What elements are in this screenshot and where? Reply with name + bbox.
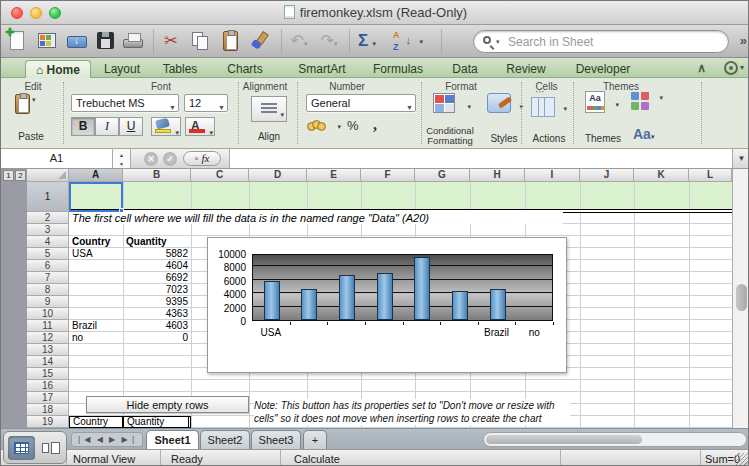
tab-formulas[interactable]: Formulas — [361, 60, 435, 78]
autosum-icon[interactable]: Σ ▾ — [355, 29, 379, 53]
tab-layout[interactable]: Layout — [95, 60, 149, 78]
page-layout-view-button[interactable] — [37, 436, 64, 460]
tab-tables[interactable]: Tables — [149, 60, 211, 78]
search-field[interactable]: ▾ — [473, 30, 729, 53]
search-input[interactable] — [508, 33, 718, 50]
conditional-formatting-button[interactable]: ▾ — [433, 93, 471, 121]
normal-view-button[interactable] — [8, 436, 35, 460]
fill-handle[interactable] — [119, 208, 124, 213]
actions-button[interactable]: ▾ — [531, 93, 567, 121]
cell-B9[interactable]: 9395 — [123, 296, 191, 308]
tab-smartart[interactable]: SmartArt — [285, 60, 359, 78]
horizontal-scrollbar[interactable] — [483, 432, 747, 447]
cell-A2[interactable]: The first cell where we will fill the da… — [69, 212, 563, 224]
column-header-B[interactable]: B — [123, 169, 191, 182]
column-header-K[interactable]: K — [634, 169, 689, 182]
column-header-G[interactable]: G — [415, 169, 470, 182]
themes-button[interactable]: Aa ▾ — [585, 91, 621, 119]
copy-icon[interactable] — [189, 29, 213, 53]
row-header-15[interactable]: 15 — [27, 368, 69, 380]
font-color-button[interactable]: A ▾ — [185, 117, 215, 136]
tab-developer[interactable]: Developer — [557, 60, 649, 78]
number-format-select[interactable]: General▼ — [306, 94, 416, 112]
print-icon[interactable] — [121, 29, 145, 53]
resize-grip[interactable] — [736, 453, 749, 466]
vertical-scrollbar[interactable] — [732, 169, 749, 428]
theme-colors-button[interactable]: ▾ — [631, 92, 663, 116]
tab-data[interactable]: Data — [437, 60, 493, 78]
row-header-9[interactable]: 9 — [27, 296, 69, 308]
sheet-tab-sheet3[interactable]: Sheet3 — [251, 430, 301, 450]
percent-button[interactable]: % — [347, 118, 359, 133]
column-header-L[interactable]: L — [689, 169, 732, 182]
cancel-entry-icon[interactable]: ✕ — [144, 152, 158, 166]
column-header-I[interactable]: I — [525, 169, 580, 182]
row-header-17[interactable]: 17 — [27, 392, 69, 404]
row-header-4[interactable]: 4 — [27, 236, 69, 248]
name-box-stepper[interactable]: ▲▼ — [113, 149, 131, 168]
add-sheet-tab[interactable]: + — [303, 430, 327, 450]
sort-icon[interactable]: AZ↓▾ — [389, 29, 421, 53]
formula-input[interactable] — [229, 149, 732, 168]
row-header-6[interactable]: 6 — [27, 260, 69, 272]
format-painter-icon[interactable] — [247, 29, 271, 53]
column-header-C[interactable]: C — [191, 169, 249, 182]
column-header-H[interactable]: H — [470, 169, 525, 182]
row-header-19[interactable]: 19 — [27, 416, 69, 428]
align-button[interactable]: ▾ — [251, 96, 287, 122]
redo-icon[interactable]: ↷▾ — [317, 29, 341, 53]
cut-icon[interactable]: ✂ — [159, 29, 183, 53]
hide-empty-rows-button[interactable]: Hide empty rows — [86, 396, 249, 413]
cell-B4[interactable]: Quantity — [123, 236, 191, 248]
tab-charts[interactable]: Charts — [211, 60, 279, 78]
italic-button[interactable]: I — [95, 117, 119, 136]
cell-B12[interactable]: 0 — [123, 332, 191, 344]
underline-button[interactable]: U — [119, 117, 143, 136]
select-all-corner[interactable] — [27, 169, 69, 182]
cell-A12[interactable]: no — [69, 332, 123, 344]
row-header-7[interactable]: 7 — [27, 272, 69, 284]
row-header-3[interactable]: 3 — [27, 224, 69, 236]
cell-B19[interactable]: Quantity — [123, 416, 191, 428]
cell-B8[interactable]: 7023 — [123, 284, 191, 296]
paste-button[interactable]: ▾ — [15, 94, 35, 118]
column-header-A[interactable]: A — [69, 169, 123, 182]
row-header-8[interactable]: 8 — [27, 284, 69, 296]
cell-B6[interactable]: 4604 — [123, 260, 191, 272]
comma-button[interactable]: , — [373, 116, 377, 134]
row-header-16[interactable]: 16 — [27, 380, 69, 392]
fill-color-button[interactable]: ▾ — [151, 117, 181, 136]
insert-function-button[interactable]: ◦ fx — [183, 151, 221, 166]
bold-button[interactable]: B — [71, 117, 95, 136]
cell-B10[interactable]: 4363 — [123, 308, 191, 320]
open-file-icon[interactable] — [65, 29, 89, 53]
new-workbook-icon[interactable]: ✚ — [5, 29, 29, 53]
cell-B5[interactable]: 5882 — [123, 248, 191, 260]
column-header-J[interactable]: J — [580, 169, 634, 182]
paste-icon[interactable] — [219, 29, 243, 53]
font-name-select[interactable]: Trebuchet MS▼ — [71, 94, 179, 112]
font-size-select[interactable]: 12▼ — [184, 94, 228, 112]
cell-A19[interactable]: Country — [69, 416, 123, 428]
column-header-F[interactable]: F — [361, 169, 415, 182]
sheet-tab-sheet1[interactable]: Sheet1 — [146, 430, 199, 450]
outline-level-button-1[interactable]: 1 — [3, 170, 14, 181]
name-box[interactable]: A1 — [1, 149, 113, 168]
row-header-5[interactable]: 5 — [27, 248, 69, 260]
row-header-14[interactable]: 14 — [27, 356, 69, 368]
tab-review[interactable]: Review — [496, 60, 556, 78]
accept-entry-icon[interactable]: ✓ — [163, 152, 177, 166]
row-header-12[interactable]: 12 — [27, 332, 69, 344]
currency-button[interactable]: ▾ — [307, 118, 341, 136]
search-options-caret[interactable]: ▾ — [496, 38, 500, 46]
row-header-13[interactable]: 13 — [27, 344, 69, 356]
row-header-18[interactable]: 18 — [27, 404, 69, 416]
undo-icon[interactable]: ↶▾ — [287, 29, 311, 53]
horizontal-scrollbar-thumb[interactable] — [486, 435, 642, 444]
open-gallery-icon[interactable] — [35, 29, 59, 53]
sheet-tab-sheet2[interactable]: Sheet2 — [200, 430, 250, 450]
column-header-D[interactable]: D — [249, 169, 307, 182]
embedded-chart[interactable]: 0200040006000800010000USABrazilno — [207, 237, 567, 373]
cell-A5[interactable]: USA — [69, 248, 123, 260]
theme-fonts-button[interactable]: Aa▾ — [633, 125, 654, 143]
